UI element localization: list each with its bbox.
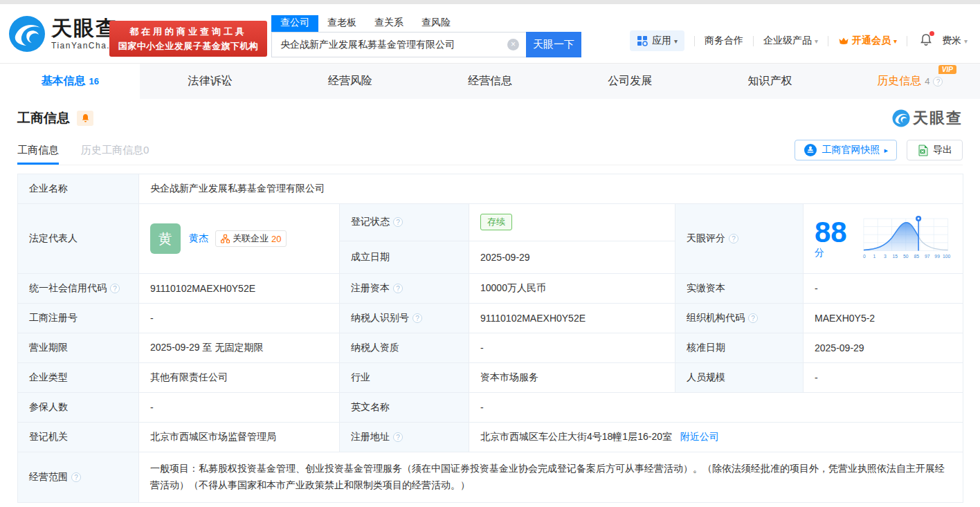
score-label: 天眼评分 [687,232,725,245]
search-tab-boss[interactable]: 查老板 [318,15,365,32]
stamp-icon [804,143,817,157]
nav-apps-label: 应用 [652,35,671,47]
apps-grid-icon [637,35,648,46]
svg-text:3: 3 [884,254,887,259]
tab-basic-info[interactable]: 基本信息 16 [0,64,140,99]
legal-rep-name-link[interactable]: 黄杰 [189,232,208,245]
reg-capital-label: 注册资本 [351,282,390,295]
excel-icon [917,145,929,156]
reg-status-label: 登记状态 [351,216,390,228]
related-count: 20 [271,234,281,244]
legal-rep-cell: 黄 黄杰 关联企业 20 [139,204,340,274]
promo-line2: 国家中小企业发展子基金旗下机构 [109,40,267,53]
reg-capital-value: 10000万人民币 [469,274,675,304]
company-type-label: 企业类型 [18,363,139,393]
site-header: 天眼查 TianYanCha.com 都在用的商业查询工具 国家中小企业发展子基… [0,4,980,63]
tab-label: 经营风险 [328,74,372,89]
notification-dot [929,31,934,36]
promo-banner: 都在用的商业查询工具 国家中小企业发展子基金旗下机构 [109,21,267,57]
taxpayer-qual-value: - [469,333,675,363]
nearby-companies-link[interactable]: 附近公司 [680,431,719,442]
nav-apps-menu[interactable]: 应用 ▾ [630,30,684,51]
monitor-bell-button[interactable] [77,111,93,126]
search-tab-company[interactable]: 查公司 [271,15,318,32]
reg-number-value: - [139,304,340,333]
nav-user-menu[interactable]: 费米 ▾ [942,35,968,47]
related-label: 关联企业 [233,232,269,245]
legal-rep-avatar[interactable]: 黄 [150,223,181,254]
score-chart-ticks: 0 1 3 15 50 85 97 99 100 [863,254,951,259]
clear-search-icon[interactable]: × [507,39,519,50]
business-info-section: 工商信息 天眼查 工商信息 历史工商信息0 [0,99,980,165]
divider [907,36,907,46]
org-code-value: MAEXH0Y5-2 [804,304,963,333]
help-icon[interactable]: ? [393,217,403,227]
reg-capital-label-cell: 注册资本? [340,274,469,304]
help-icon[interactable]: ? [393,432,403,442]
nav-open-vip[interactable]: 开通会员 ▾ [838,35,897,47]
username: 费米 [942,35,961,47]
tab-company-development[interactable]: 公司发展 [560,64,700,99]
help-icon[interactable]: ? [412,313,422,323]
org-code-label-cell: 组织机构代码? [675,304,804,333]
tab-count: 16 [89,76,98,86]
svg-text:1: 1 [873,254,875,259]
search-tab-risk[interactable]: 查风险 [412,15,460,32]
help-icon[interactable]: ? [110,284,120,293]
tab-label: 知识产权 [748,74,792,89]
staff-size-label: 人员规模 [675,363,804,393]
help-icon[interactable]: ? [933,77,943,86]
subtab-history-business-info[interactable]: 历史工商信息0 [81,144,149,165]
org-network-icon [221,234,230,243]
reg-address-label: 注册地址 [351,431,390,443]
official-snapshot-button[interactable]: 工商官网快照 ▸ [795,140,897,160]
divider [753,36,754,46]
insured-value: - [139,393,340,423]
tab-label: 基本信息 [41,74,85,89]
tab-label: 公司发展 [608,74,652,89]
related-companies-badge[interactable]: 关联企业 20 [215,230,287,247]
divider [694,36,695,46]
nav-enterprise-products[interactable]: 企业级产品 ▾ [763,35,818,47]
reg-status-value-cell: 存续 [469,204,675,241]
business-scope-text: 一般项目：私募股权投资基金管理、创业投资基金管理服务（须在中国证券投资基金业协会… [150,461,952,494]
notifications-button[interactable] [920,33,932,48]
tab-operation-risk[interactable]: 经营风险 [280,64,420,99]
credit-code-value: 91110102MAEXH0Y52E [139,274,340,304]
help-icon[interactable]: ? [729,234,738,243]
business-scope-value: 一般项目：私募股权投资基金管理、创业投资基金管理服务（须在中国证券投资基金业协会… [139,452,963,503]
english-name-value: - [469,393,963,423]
score-cell: 88分 [804,204,963,274]
tab-count: 4 [925,76,929,86]
paid-capital-value: - [804,274,963,304]
svg-text:50: 50 [903,254,909,259]
search-tab-relation[interactable]: 查关系 [365,15,412,32]
export-button[interactable]: 导出 [907,140,963,160]
tab-history-info[interactable]: VIP 历史信息 4 ? [840,64,980,99]
watermark-text: 天眼查 [913,108,963,129]
tab-operation-info[interactable]: 经营信息 [420,64,560,99]
snapshot-label: 工商官网快照 [822,144,880,156]
subtab-business-info[interactable]: 工商信息 [17,144,59,165]
help-icon[interactable]: ? [393,284,403,293]
tab-legal-proceedings[interactable]: 法律诉讼 [140,64,280,99]
taxpayer-qual-label: 纳税人资质 [340,333,469,363]
reg-authority-label: 登记机关 [18,423,139,452]
search-button[interactable]: 天眼一下 [526,32,581,57]
reg-address-label-cell: 注册地址? [340,423,469,452]
approval-date-value: 2025-09-29 [804,333,963,363]
help-icon[interactable]: ? [748,313,758,323]
nav-vip-label: 开通会员 [852,35,891,47]
caret-down-icon: ▾ [964,37,968,45]
tianyancha-logo-icon [8,15,46,53]
nav-enterprise-label: 企业级产品 [763,35,812,47]
export-label: 导出 [933,144,952,156]
paid-capital-label: 实缴资本 [675,274,804,304]
tab-intellectual-property[interactable]: 知识产权 [700,64,840,99]
help-icon[interactable]: ? [71,472,81,482]
company-name-value: 央企战新产业发展私募基金管理有限公司 [139,174,963,204]
search-input[interactable] [271,32,526,57]
svg-text:100: 100 [943,254,951,259]
nav-cooperation[interactable]: 商务合作 [705,35,743,47]
tianyancha-logo-icon [892,109,910,127]
